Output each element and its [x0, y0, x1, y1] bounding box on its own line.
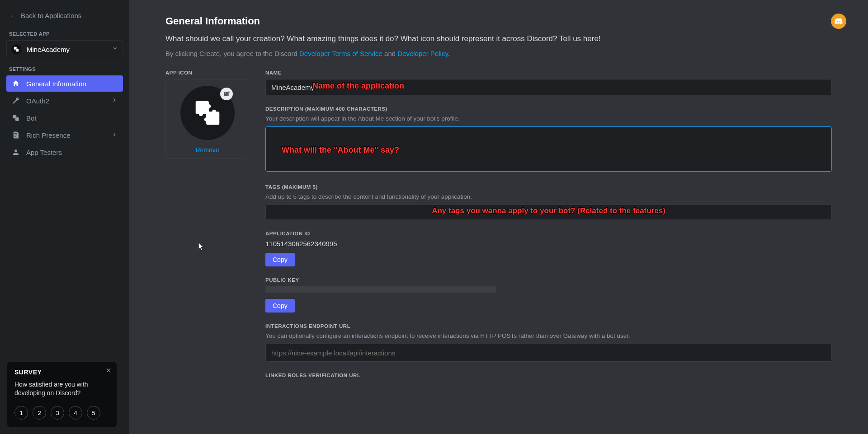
tos-suffix: . [448, 50, 450, 57]
back-to-applications-link[interactable]: ← Back to Applications [6, 8, 123, 23]
discord-logo-icon[interactable] [831, 14, 846, 29]
nav-general-information[interactable]: General Information [6, 75, 123, 92]
nav-item-label: Bot [26, 114, 37, 122]
public-key-label: PUBLIC KEY [265, 277, 832, 283]
survey-rating-4[interactable]: 4 [69, 406, 82, 420]
chevron-right-icon [111, 97, 118, 105]
description-label: DESCRIPTION (MAXIMUM 400 CHARACTERS) [265, 106, 832, 112]
sidebar: ← Back to Applications SELECTED APP Mine… [0, 0, 129, 434]
policy-link[interactable]: Developer Policy [397, 50, 448, 57]
tos-mid: and [382, 50, 397, 57]
nav-bot[interactable]: Bot [6, 110, 123, 126]
chevron-right-icon [111, 131, 118, 139]
people-icon [12, 148, 20, 156]
tags-label: TAGS (MAXIMUM 5) [265, 184, 832, 190]
survey-rating-3[interactable]: 3 [51, 406, 64, 420]
selected-app-section-label: SELECTED APP [9, 31, 123, 37]
settings-nav: General Information OAuth2 Bot [6, 75, 123, 160]
svg-rect-1 [14, 133, 17, 134]
tos-link[interactable]: Developer Terms of Service [299, 50, 382, 57]
back-link-label: Back to Applications [21, 12, 81, 19]
interactions-endpoint-input[interactable] [265, 344, 832, 362]
wrench-icon [12, 97, 20, 105]
nav-rich-presence[interactable]: Rich Presence [6, 127, 123, 143]
survey-rating-2[interactable]: 2 [33, 406, 46, 420]
app-icon-preview[interactable] [180, 86, 235, 140]
linked-roles-label: LINKED ROLES VERIFICATION URL [265, 373, 832, 378]
selected-app-name: MineAcademy [27, 46, 106, 53]
svg-rect-3 [14, 136, 16, 136]
settings-section-label: SETTINGS [9, 66, 123, 72]
tos-text: By clicking Create, you agree to the Dis… [165, 50, 832, 57]
page-title: General Information [165, 15, 832, 27]
copy-application-id-button[interactable]: Copy [265, 253, 295, 266]
document-icon [12, 131, 20, 139]
nav-item-label: Rich Presence [26, 131, 71, 139]
chevron-down-icon [112, 45, 118, 53]
app-selector-dropdown[interactable]: MineAcademy [6, 40, 123, 58]
tags-help: Add up to 5 tags to describe the content… [265, 193, 832, 200]
application-id-value: 1105143062562340995 [265, 240, 832, 247]
remove-icon-link[interactable]: Remove [195, 146, 219, 154]
application-id-label: APPLICATION ID [265, 231, 832, 236]
survey-rating-5[interactable]: 5 [87, 406, 100, 420]
interactions-label: INTERACTIONS ENDPOINT URL [265, 323, 832, 329]
interactions-help: You can optionally configure an interact… [265, 332, 832, 339]
public-key-value-redacted [265, 286, 496, 293]
arrow-left-icon: ← [9, 12, 16, 19]
app-icon-label: APP ICON [165, 70, 249, 75]
svg-rect-2 [14, 135, 17, 135]
survey-rating-1[interactable]: 1 [14, 406, 28, 420]
home-icon [12, 79, 20, 88]
upload-image-icon[interactable] [220, 88, 233, 100]
name-input[interactable] [265, 79, 832, 95]
puzzle-icon [11, 44, 21, 54]
nav-item-label: App Testers [26, 149, 62, 156]
puzzle-icon [12, 114, 20, 122]
name-label: NAME [265, 70, 832, 75]
nav-app-testers[interactable]: App Testers [6, 144, 123, 160]
survey-popup: SURVEY How satisfied are you with develo… [7, 362, 117, 427]
description-input[interactable] [265, 126, 832, 172]
tags-input[interactable] [265, 205, 832, 220]
survey-scale: 1 2 3 4 5 [14, 406, 109, 420]
nav-item-label: General Information [26, 80, 86, 88]
nav-oauth2[interactable]: OAuth2 [6, 93, 123, 109]
description-help: Your description will appear in the Abou… [265, 115, 832, 122]
close-icon[interactable] [105, 367, 112, 376]
survey-text: How satisfied are you with developing on… [14, 380, 109, 398]
app-icon-card: Remove [165, 79, 249, 159]
nav-item-label: OAuth2 [26, 97, 49, 105]
copy-public-key-button[interactable]: Copy [265, 299, 295, 313]
main-content: General Information What should we call … [129, 0, 868, 434]
tos-prefix: By clicking Create, you agree to the Dis… [165, 50, 299, 57]
survey-title: SURVEY [14, 369, 109, 376]
intro-text: What should we call your creation? What … [165, 34, 832, 43]
